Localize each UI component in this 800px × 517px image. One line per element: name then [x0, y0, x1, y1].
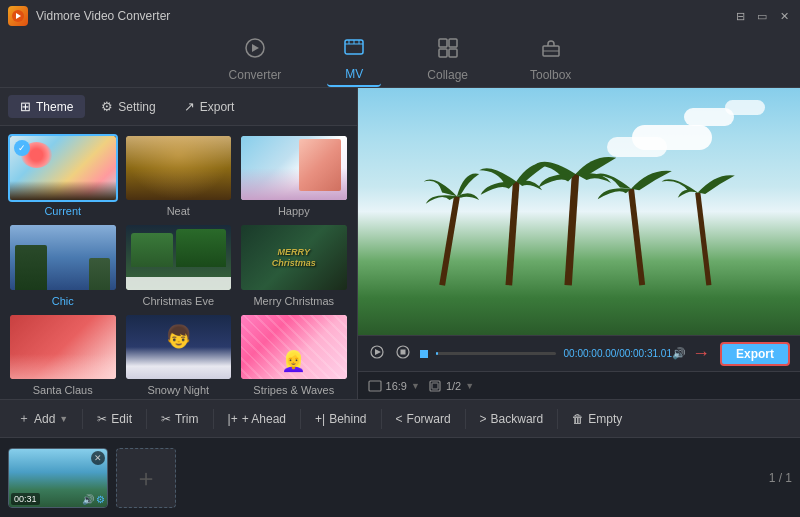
separator-1: [82, 409, 83, 429]
panel-tab-setting[interactable]: ⚙ Setting: [89, 95, 167, 118]
ratio-dropdown-icon: ▼: [411, 381, 420, 391]
minimize-button[interactable]: ⊟: [732, 8, 748, 24]
play-button[interactable]: [368, 343, 386, 364]
tab-mv[interactable]: MV: [327, 32, 381, 87]
theme-grid: ✓ Current Neat: [0, 126, 357, 399]
svg-rect-26: [432, 383, 438, 389]
panel-tab-export[interactable]: ↗ Export: [172, 95, 247, 118]
theme-item-neat[interactable]: Neat: [124, 134, 234, 217]
tab-collage-label: Collage: [427, 68, 468, 82]
page-indicator: 1 / 1: [769, 471, 792, 485]
theme-label-current: Current: [44, 205, 81, 217]
theme-label-happy: Happy: [278, 205, 310, 217]
svg-rect-10: [449, 39, 457, 47]
add-button[interactable]: ＋ Add ▼: [8, 406, 78, 431]
svg-line-17: [568, 174, 575, 285]
theme-thumb-santa-claus: [8, 313, 118, 381]
panel-tab-theme[interactable]: ⊞ Theme: [8, 95, 85, 118]
theme-thumb-merry-christmas: MERRYChristmas: [239, 223, 349, 291]
empty-button[interactable]: 🗑 Empty: [562, 408, 632, 430]
forward-button[interactable]: < Forward: [386, 408, 461, 430]
ahead-button[interactable]: |+ + Ahead: [218, 408, 297, 430]
right-panel: 00:00:00.00/00:00:31.01 🔊 → Export 16:9 …: [358, 88, 800, 399]
video-preview: [358, 88, 800, 335]
progress-bar[interactable]: [436, 352, 556, 355]
timeline-clip-1[interactable]: ✕ 00:31 🔊 ⚙: [8, 448, 108, 508]
theme-thumb-neat: [124, 134, 234, 202]
trim-button[interactable]: ✂ Trim: [151, 408, 209, 430]
separator-6: [465, 409, 466, 429]
ahead-label: + Ahead: [242, 412, 286, 426]
clip-duration: 00:31: [11, 493, 40, 505]
theme-item-merry-christmas[interactable]: MERRYChristmas Merry Christmas: [239, 223, 349, 306]
maximize-button[interactable]: ▭: [754, 8, 770, 24]
remove-clip-button[interactable]: ✕: [91, 451, 105, 465]
nav-tabs: Converter MV Collage: [0, 32, 800, 88]
theme-tab-label: Theme: [36, 100, 73, 114]
trim-icon: ✂: [161, 412, 171, 426]
trim-label: Trim: [175, 412, 199, 426]
svg-line-18: [631, 189, 642, 285]
titlebar: Vidmore Video Converter ⊟ ▭ ✕: [0, 0, 800, 32]
svg-marker-3: [252, 44, 259, 52]
tab-toolbox-label: Toolbox: [530, 68, 571, 82]
theme-item-happy[interactable]: Happy: [239, 134, 349, 217]
time-display: 00:00:00.00/00:00:31.01: [564, 348, 672, 359]
theme-label-neat: Neat: [167, 205, 190, 217]
svg-line-16: [508, 182, 515, 286]
edit-icon: ✂: [97, 412, 107, 426]
tab-converter-label: Converter: [229, 68, 282, 82]
ratio-control[interactable]: 16:9 ▼: [368, 379, 420, 393]
selected-badge: ✓: [14, 140, 30, 156]
converter-icon: [244, 37, 266, 64]
scale-dropdown-icon: ▼: [465, 381, 474, 391]
behind-button[interactable]: +| Behind: [305, 408, 377, 430]
svg-rect-24: [369, 381, 381, 391]
ratio-bar: 16:9 ▼ 1/2 ▼: [358, 371, 800, 399]
theme-item-snowy-night[interactable]: 👦 Snowy Night: [124, 313, 234, 396]
stop-button[interactable]: [394, 343, 412, 364]
theme-item-christmas-eve[interactable]: Christmas Eve: [124, 223, 234, 306]
behind-label: Behind: [329, 412, 366, 426]
video-controls: 00:00:00.00/00:00:31.01 🔊 → Export: [358, 335, 800, 371]
close-button[interactable]: ✕: [776, 8, 792, 24]
svg-rect-12: [449, 49, 457, 57]
theme-tab-icon: ⊞: [20, 99, 31, 114]
clip-icons: 🔊 ⚙: [82, 494, 105, 505]
theme-label-chic: Chic: [52, 295, 74, 307]
left-panel: ⊞ Theme ⚙ Setting ↗ Export: [0, 88, 358, 399]
backward-button[interactable]: > Backward: [470, 408, 554, 430]
tab-toolbox[interactable]: Toolbox: [514, 33, 587, 86]
tab-mv-label: MV: [345, 67, 363, 81]
edit-button[interactable]: ✂ Edit: [87, 408, 142, 430]
theme-thumb-current: ✓: [8, 134, 118, 202]
theme-item-current[interactable]: ✓ Current: [8, 134, 118, 217]
theme-item-chic[interactable]: Chic: [8, 223, 118, 306]
export-button[interactable]: Export: [720, 342, 790, 366]
theme-thumb-snowy-night: 👦: [124, 313, 234, 381]
add-icon: ＋: [18, 410, 30, 427]
theme-label-christmas-eve: Christmas Eve: [143, 295, 215, 307]
tab-collage[interactable]: Collage: [411, 33, 484, 86]
scale-control[interactable]: 1/2 ▼: [428, 379, 474, 393]
trash-icon: 🗑: [572, 412, 584, 426]
add-label: Add: [34, 412, 55, 426]
forward-icon: <: [396, 412, 403, 426]
theme-label-stripes-waves: Stripes & Waves: [253, 384, 334, 396]
theme-label-merry-christmas: Merry Christmas: [253, 295, 334, 307]
tab-converter[interactable]: Converter: [213, 33, 298, 86]
titlebar-controls: ⊟ ▭ ✕: [732, 8, 792, 24]
svg-line-15: [442, 197, 457, 286]
theme-item-stripes-waves[interactable]: 👱‍♀️ Stripes & Waves: [239, 313, 349, 396]
export-tab-label: Export: [200, 100, 235, 114]
clip-audio-icon: 🔊: [82, 494, 94, 505]
app-logo: [8, 6, 28, 26]
svg-line-19: [697, 193, 708, 286]
panel-tabs: ⊞ Theme ⚙ Setting ↗ Export: [0, 88, 357, 126]
theme-item-santa-claus[interactable]: Santa Claus: [8, 313, 118, 396]
theme-thumb-christmas-eve: [124, 223, 234, 291]
titlebar-left: Vidmore Video Converter: [8, 6, 170, 26]
mv-icon: [343, 36, 365, 63]
add-clip-button[interactable]: ＋: [116, 448, 176, 508]
separator-5: [381, 409, 382, 429]
